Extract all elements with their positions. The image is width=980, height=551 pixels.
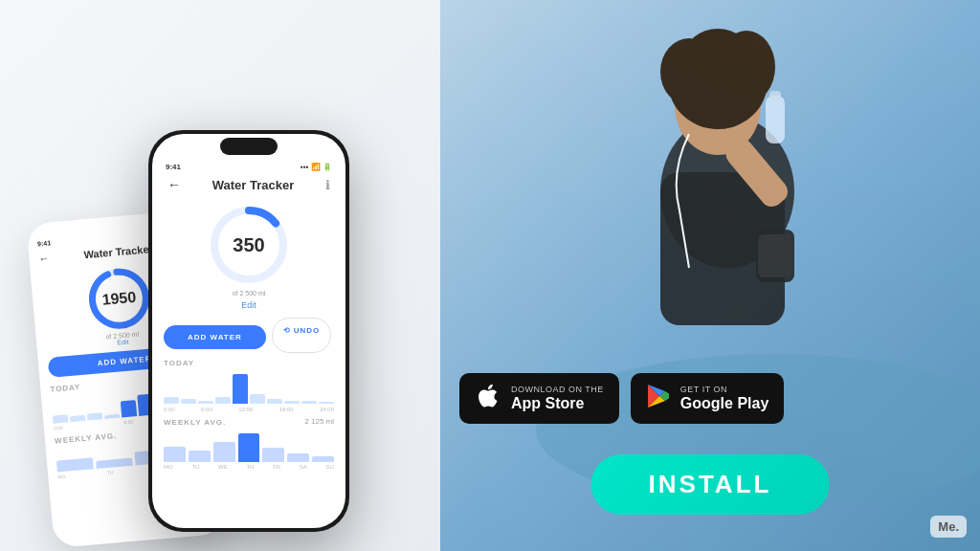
back-arrow-icon[interactable]: ← [167,177,181,192]
add-water-button[interactable]: ADD WATER [164,325,266,349]
svg-rect-14 [766,96,785,143]
weekly-label: WEEKLY AVG. [164,418,226,427]
water-circle-container: 350 of 2 500 ml Edit [164,202,334,310]
app-store-button[interactable]: Download on the App Store [459,373,619,424]
back-phone-title: Water Tracker [83,242,153,259]
store-buttons-container: Download on the App Store GET IT ON Goog… [459,373,784,424]
info-icon[interactable]: ℹ [325,178,330,192]
water-amount: 350 [233,235,264,254]
front-phone-title: Water Tracker [212,178,295,192]
left-panel: 9:41 ← Water Tracker ℹ 1950 [0,0,440,551]
today-bar-chart [164,370,334,404]
edit-link[interactable]: Edit [241,300,256,310]
action-buttons: ADD WATER ⟲ UNDO [164,318,334,353]
status-time: 9:41 [166,163,181,171]
back-water-amount: 1950 [101,289,137,309]
screen-header: ← Water Tracker ℹ [164,177,334,192]
google-play-icon [646,384,671,413]
right-panel: Download on the App Store GET IT ON Goog… [440,0,980,551]
weekly-bar-chart [164,433,334,462]
phones-container: 9:41 ← Water Tracker ℹ 1950 [10,19,431,532]
app-store-main: App Store [511,394,604,412]
water-subtext: of 2 500 ml [233,290,266,297]
google-play-text: GET IT ON Google Play [680,385,768,412]
svg-rect-15 [769,91,781,102]
app-store-sub: Download on the [511,385,604,394]
google-play-sub: GET IT ON [680,385,768,394]
app-store-text: Download on the App Store [511,385,604,412]
install-button[interactable]: INSTALL [591,454,830,515]
phone-front: 9:41 ▪▪▪ 📶 🔋 ← Water Tracker ℹ [148,130,349,532]
back-edit-label: Edit [117,339,129,346]
google-play-main: Google Play [680,394,768,412]
svg-point-11 [684,29,751,86]
front-status-bar: 9:41 ▪▪▪ 📶 🔋 [164,163,334,171]
google-play-button[interactable]: GET IT ON Google Play [631,373,784,424]
undo-button[interactable]: ⟲ UNDO [272,318,331,353]
today-label: TODAY [164,359,334,367]
water-progress-circle: 350 [206,202,292,288]
apple-icon [475,383,501,414]
signal-icons: ▪▪▪ 📶 🔋 [301,163,332,171]
svg-rect-17 [758,234,792,277]
install-button-label: INSTALL [649,470,772,498]
phone-screen: 9:41 ▪▪▪ 📶 🔋 ← Water Tracker ℹ [152,134,345,528]
weekly-value: 2 125 ml [304,417,334,426]
weekly-chart-labels: MOTUWETHFRSASU [164,464,334,470]
weekly-header: WEEKLY AVG. 2 125 ml [164,412,334,430]
me-brand: Me. [930,516,967,538]
phone-notch [220,138,278,155]
